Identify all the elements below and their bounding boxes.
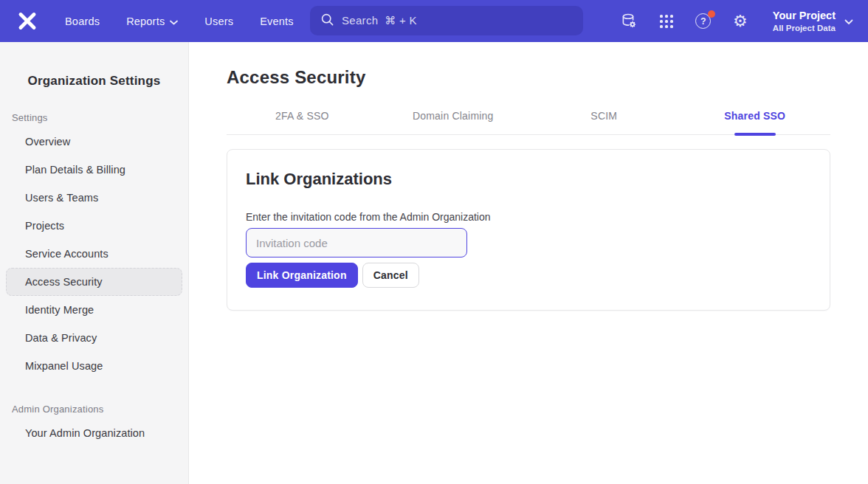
sidebar-item-users-teams[interactable]: Users & Teams [0,184,188,212]
sidebar-section-settings: Settings Overview Plan Details & Billing… [0,112,188,380]
help-icon[interactable]: ? [695,13,712,30]
top-navigation-bar: Boards Reports Users Events Search ⌘ + K [0,0,868,42]
page-title: Access Security [227,67,830,88]
main-content: Access Security 2FA & SSO Domain Claimin… [189,42,868,484]
sidebar-item-your-admin-organization[interactable]: Your Admin Organization [0,419,188,447]
sidebar-section-admin-orgs: Admin Organizations Your Admin Organizat… [0,404,188,447]
sidebar-item-plan-details-billing[interactable]: Plan Details & Billing [0,156,188,184]
apps-grid-icon[interactable] [658,13,675,30]
nav-item-users[interactable]: Users [204,15,233,27]
sidebar-item-identity-merge[interactable]: Identity Merge [0,296,188,324]
sidebar-section-header-admin-orgs: Admin Organizations [12,404,188,415]
chevron-down-icon [170,15,178,27]
project-selector-labels: Your Project All Project Data [773,9,836,34]
global-search-input[interactable]: Search ⌘ + K [310,6,583,35]
search-placeholder: Search ⌘ + K [342,14,417,27]
sidebar-title: Organization Settings [0,74,188,89]
card-button-row: Link Organization Cancel [246,263,811,288]
nav-item-events-label: Events [260,15,294,27]
project-selector[interactable]: Your Project All Project Data [773,9,853,34]
sidebar-item-mixpanel-usage[interactable]: Mixpanel Usage [0,352,188,380]
notification-dot [708,10,715,18]
data-management-icon[interactable] [621,13,638,30]
primary-nav-links: Boards Reports Users Events [65,15,294,27]
nav-item-boards-label: Boards [65,15,100,27]
invitation-code-label: Enter the invitation code from the Admin… [246,211,811,223]
link-organization-button[interactable]: Link Organization [246,263,358,288]
invitation-code-input[interactable] [246,228,467,257]
sidebar-section-header-settings: Settings [12,112,188,123]
sidebar-item-access-security[interactable]: Access Security [6,268,182,296]
settings-gear-icon[interactable]: ⚙ [731,13,749,30]
cancel-button[interactable]: Cancel [362,263,419,288]
gear-glyph: ⚙ [733,13,748,30]
chevron-down-icon [844,15,853,28]
org-settings-sidebar: Organization Settings Settings Overview … [0,42,189,484]
sidebar-item-service-accounts[interactable]: Service Accounts [0,240,188,268]
tab-domain-claiming[interactable]: Domain Claiming [378,110,529,134]
apps-grid-dots [660,15,673,28]
nav-item-boards[interactable]: Boards [65,15,100,27]
nav-right-cluster: ? ⚙ Your Project All Project Data [621,9,856,34]
tab-scim[interactable]: SCIM [528,110,680,134]
project-name: Your Project [773,9,836,22]
nav-item-reports[interactable]: Reports [126,15,178,27]
nav-item-reports-label: Reports [126,15,165,27]
mixpanel-logo[interactable] [15,9,40,34]
sidebar-item-overview[interactable]: Overview [0,128,188,156]
nav-item-users-label: Users [204,15,233,27]
card-title: Link Organizations [246,170,811,189]
project-data-view: All Project Data [773,23,836,33]
search-icon [320,13,334,30]
nav-item-events[interactable]: Events [260,15,294,27]
sidebar-item-data-privacy[interactable]: Data & Privacy [0,324,188,352]
tab-bar: 2FA & SSO Domain Claiming SCIM Shared SS… [227,110,830,135]
link-organizations-card: Link Organizations Enter the invitation … [227,149,830,311]
tab-shared-sso[interactable]: Shared SSO [680,110,831,134]
tab-2fa-sso[interactable]: 2FA & SSO [227,110,378,134]
sidebar-item-projects[interactable]: Projects [0,212,188,240]
